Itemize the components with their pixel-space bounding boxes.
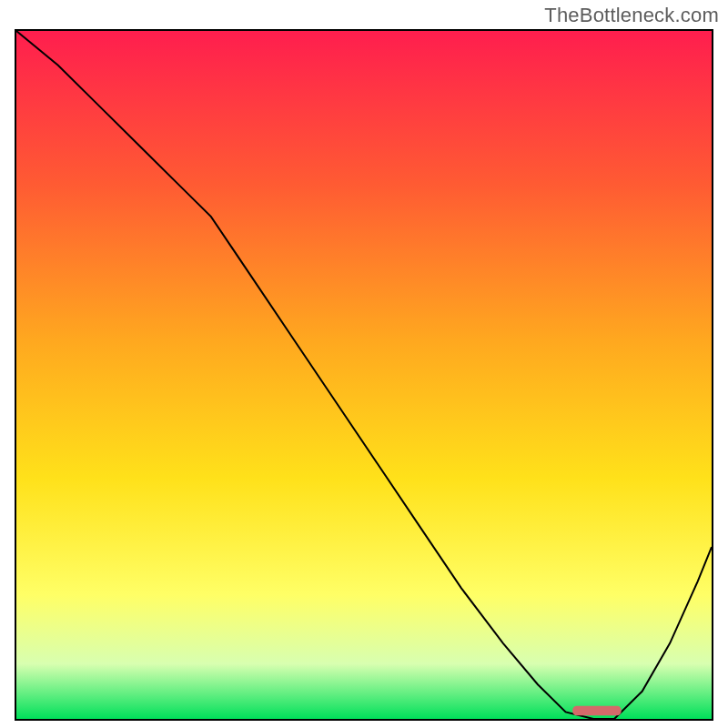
- attribution-text: TheBottleneck.com: [544, 4, 719, 27]
- chart-svg: [16, 31, 712, 719]
- gradient-background: [16, 31, 712, 719]
- chart-container: TheBottleneck.com: [0, 0, 728, 728]
- optimal-range-marker: [572, 706, 621, 716]
- plot-area: [15, 29, 713, 721]
